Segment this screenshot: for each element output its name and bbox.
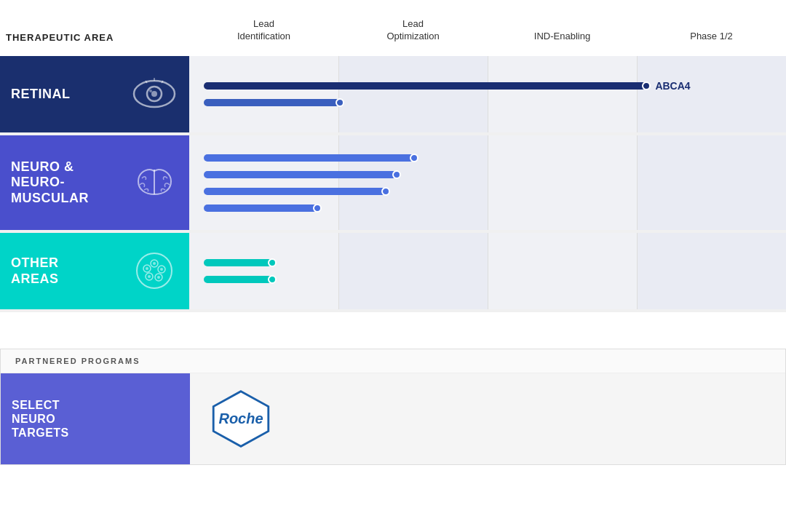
- partnered-row: SELECTNEUROTARGETS Roche: [1, 373, 785, 464]
- svg-point-8: [137, 253, 172, 288]
- svg-point-12: [160, 268, 163, 271]
- svg-point-2: [151, 91, 157, 97]
- select-neuro-label: SELECTNEUROTARGETS: [12, 398, 69, 440]
- chart-area: RETINAL: [0, 56, 786, 312]
- neuro-bar-2: [204, 170, 771, 180]
- brain-icon: [131, 159, 178, 207]
- retinal-bars-area: ABCA4: [189, 56, 786, 132]
- neuro-bar-3: [204, 186, 771, 196]
- svg-point-6: [149, 90, 152, 92]
- other-bars-area: [189, 233, 786, 309]
- stage-ind: IND-Enabling: [488, 31, 637, 43]
- therapeutic-area-header: THERAPEUTIC AREA: [0, 32, 189, 50]
- retinal-label: RETINAL: [11, 87, 71, 103]
- neuro-bar-4: [204, 203, 771, 213]
- retinal-label-box: RETINAL: [0, 56, 189, 132]
- partnered-header: PARTNERED PROGRAMS: [1, 349, 785, 373]
- stage-lead-opt: LeadOptimization: [338, 18, 488, 43]
- other-label-box: OTHERAREAS: [0, 233, 189, 309]
- stage-phase: Phase 1/2: [637, 31, 786, 43]
- roche-text: Roche: [218, 410, 263, 427]
- other-bar-1: [204, 258, 771, 268]
- roche-logo: Roche: [205, 388, 277, 450]
- other-bar-2: [204, 274, 771, 285]
- other-label: OTHERAREAS: [11, 255, 59, 287]
- neuro-bar-1: [204, 153, 771, 163]
- pipeline-container: THERAPEUTIC AREA LeadIdentification Lead…: [0, 0, 786, 465]
- abca4-label: ABCA4: [655, 80, 690, 92]
- ta-row-other: OTHERAREAS: [0, 233, 786, 309]
- eye-icon: [131, 71, 178, 118]
- ta-row-neuro: NEURO &NEURO-MUSCULAR: [0, 135, 786, 230]
- cells-icon: [131, 247, 178, 295]
- retinal-bar-2: [204, 98, 771, 108]
- partnered-section: PARTNERED PROGRAMS SELECTNEUROTARGETS Ro…: [0, 349, 786, 465]
- svg-point-16: [148, 275, 151, 278]
- svg-point-18: [146, 267, 148, 270]
- partnered-content: Roche: [190, 373, 785, 464]
- neuro-label-box: NEURO &NEURO-MUSCULAR: [0, 135, 189, 230]
- stage-lead-id: LeadIdentification: [189, 18, 338, 43]
- select-neuro-label-box: SELECTNEUROTARGETS: [1, 373, 190, 464]
- svg-point-14: [157, 276, 160, 279]
- svg-point-10: [153, 262, 156, 265]
- header-row: THERAPEUTIC AREA LeadIdentification Lead…: [0, 0, 786, 56]
- neuro-bars-area: [189, 135, 786, 230]
- retinal-bar-1: ABCA4: [204, 81, 771, 91]
- stage-headers: LeadIdentification LeadOptimization IND-…: [189, 18, 786, 50]
- neuro-label: NEURO &NEURO-MUSCULAR: [11, 159, 89, 207]
- ta-row-retinal: RETINAL: [0, 56, 786, 132]
